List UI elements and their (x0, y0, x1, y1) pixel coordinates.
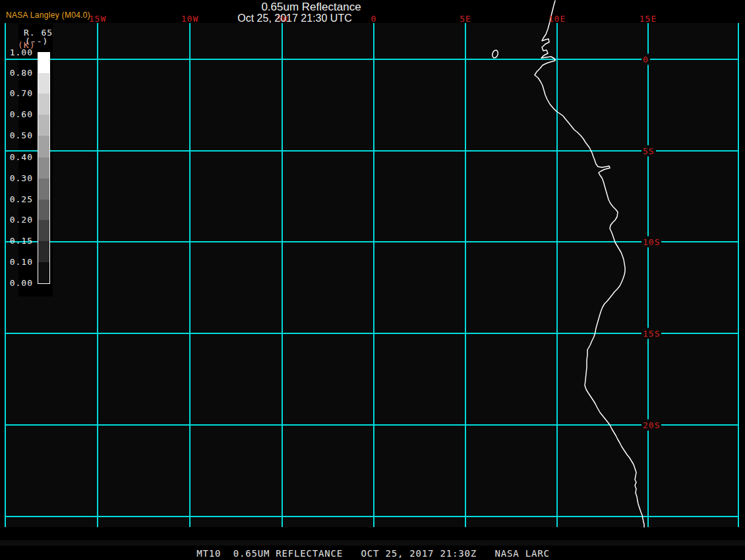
colorbar-segment (38, 136, 49, 157)
footer-caption: MT10 0.65UM REFLECTANCE OCT 25, 2017 21:… (196, 548, 549, 559)
colorbar-segment (38, 157, 49, 179)
latitude-label: 0 (641, 54, 650, 65)
longitude-label: 5E (460, 14, 471, 24)
credit-text: NASA Langley (M04.0) (6, 11, 90, 20)
colorbar-tick-label: 0.10 (9, 257, 33, 267)
longitude-label: 15W (89, 14, 106, 24)
colorbar-tick-label: 0.20 (9, 215, 33, 225)
colorbar-tick-label: 0.50 (9, 130, 33, 140)
colorbar-segment (38, 73, 49, 94)
island-outline (491, 49, 498, 59)
colorbar-tick-label: 0.25 (9, 194, 33, 204)
map-svg (0, 0, 745, 560)
colorbar-units-overlay: (K) (18, 40, 35, 50)
colorbar-tick-label: 0.30 (9, 173, 33, 183)
longitude-label: 0 (371, 14, 377, 24)
latitude-label: 20S (641, 420, 661, 431)
colorbar-segment (38, 200, 49, 220)
longitude-label: 10E (549, 14, 566, 24)
colorbar-segment (38, 179, 49, 200)
colorbar-tick-label: 0.40 (9, 152, 33, 162)
longitude-label: 10W (181, 14, 198, 24)
coastline-path (535, 1, 644, 527)
colorbar-tick-label: 0.80 (9, 68, 33, 78)
colorbar-segment (38, 262, 49, 283)
latitude-label: 10S (641, 237, 661, 248)
page-title: 0.65um Reflectance (261, 1, 361, 14)
colorbar-segment (38, 241, 49, 262)
longitude-label: 15E (640, 14, 657, 24)
latitude-label: 15S (641, 328, 661, 339)
colorbar-segment (38, 94, 49, 115)
timestamp-title: Oct 25, 2017 21:30 UTC (237, 13, 351, 24)
colorbar-tick-label: 0.70 (9, 88, 33, 98)
colorbar (38, 52, 50, 284)
colorbar-segment (38, 115, 49, 136)
colorbar-tick-label: 0.15 (9, 236, 33, 246)
colorbar-segment (38, 53, 49, 73)
latitude-label: 5S (641, 146, 656, 157)
colorbar-tick-label: 0.60 (9, 109, 33, 119)
colorbar-segment (38, 220, 49, 241)
satellite-map-window: 15W10W5W05E10E15E 05S10S15S20S NASA Lang… (0, 0, 745, 560)
colorbar-tick-label: 0.00 (9, 278, 33, 288)
